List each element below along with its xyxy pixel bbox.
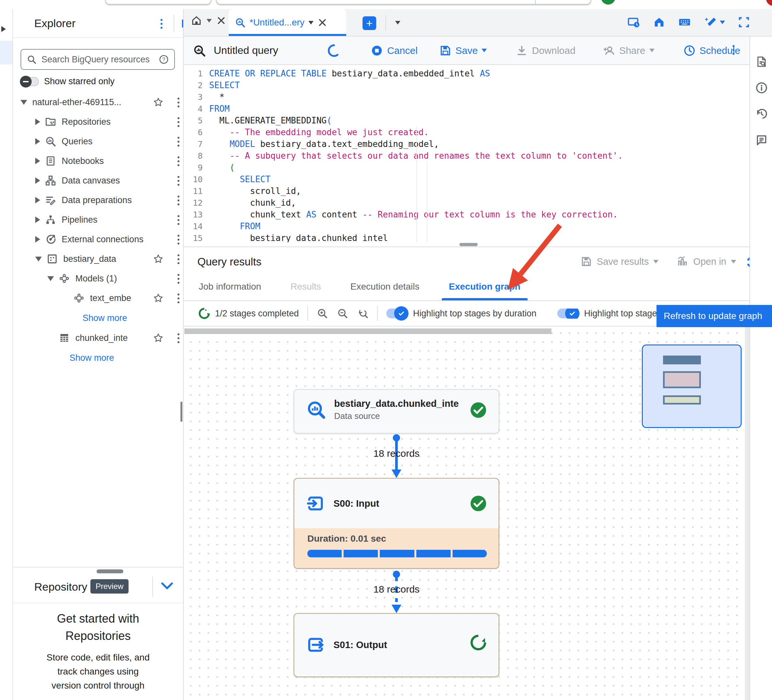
search-input[interactable]: Search BigQuery resources ? bbox=[21, 49, 175, 70]
item-menu-button[interactable] bbox=[176, 175, 181, 187]
home-tab-caret-icon[interactable] bbox=[206, 19, 212, 23]
code-line-1[interactable]: 1CREATE OR REPLACE TABLE bestiary_data.e… bbox=[184, 67, 772, 79]
save-caret-icon[interactable] bbox=[482, 49, 487, 52]
item-menu-button[interactable] bbox=[176, 253, 181, 266]
cancel-button[interactable]: Cancel bbox=[371, 44, 417, 57]
code-line-4[interactable]: 4FROM bbox=[184, 103, 772, 115]
tree-item-text-embe[interactable]: text_embe bbox=[13, 288, 183, 308]
toggle-duration[interactable]: Highlight top stages by duration bbox=[386, 308, 536, 319]
graph-minimap[interactable] bbox=[642, 344, 742, 428]
toggle-duration-switch[interactable] bbox=[386, 308, 407, 318]
share-caret-icon[interactable] bbox=[649, 49, 654, 52]
refresh-graph-button[interactable]: Refresh to update graph bbox=[656, 305, 772, 327]
search-help-icon[interactable]: ? bbox=[159, 54, 169, 65]
explorer-menu-button[interactable] bbox=[159, 18, 164, 30]
home-blue-icon[interactable] bbox=[653, 16, 666, 29]
download-button[interactable]: Download bbox=[515, 44, 575, 57]
item-menu-button[interactable] bbox=[176, 155, 181, 167]
code-line-5[interactable]: 5 ML.GENERATE_EMBEDDING( bbox=[184, 115, 772, 126]
graph-node-s01-output[interactable]: S01: Output bbox=[294, 613, 499, 677]
expand-caret-icon[interactable] bbox=[35, 138, 40, 145]
code-line-9[interactable]: 9 ( bbox=[184, 162, 772, 173]
home-tab[interactable] bbox=[191, 15, 226, 26]
expand-caret-icon[interactable] bbox=[35, 177, 40, 184]
share-button[interactable]: Share bbox=[603, 44, 654, 57]
feedback-chat-icon[interactable] bbox=[756, 134, 768, 146]
code-line-13[interactable]: 13 chunk_text AS content -- Renaming our… bbox=[184, 209, 772, 220]
tab-overflow-caret-icon[interactable] bbox=[395, 21, 400, 25]
code-line-2[interactable]: 2SELECT bbox=[184, 79, 772, 91]
rail-selected-item[interactable] bbox=[0, 41, 12, 64]
tree-item-models-1[interactable]: Models (1) bbox=[13, 269, 183, 288]
zoom-reset-icon[interactable] bbox=[357, 308, 369, 319]
chevron-down-icon[interactable] bbox=[160, 582, 173, 590]
save-button[interactable]: Save bbox=[439, 44, 487, 57]
close-tab-icon[interactable] bbox=[317, 18, 327, 28]
tree-item-data-canvases[interactable]: Data canvases bbox=[13, 171, 183, 190]
expand-caret-icon[interactable] bbox=[35, 216, 40, 223]
zoom-in-icon[interactable] bbox=[317, 308, 328, 319]
item-menu-button[interactable] bbox=[176, 96, 181, 109]
history-icon[interactable] bbox=[756, 108, 768, 120]
item-menu-button[interactable] bbox=[176, 233, 181, 246]
toggle-processing-switch[interactable] bbox=[557, 308, 577, 318]
expand-caret-icon[interactable] bbox=[35, 158, 40, 164]
tab-execution-details[interactable]: Execution details bbox=[349, 282, 421, 300]
show-more-link[interactable]: Show more bbox=[13, 308, 183, 328]
tree-item-pipelines[interactable]: Pipelines bbox=[13, 210, 183, 230]
code-line-10[interactable]: 10 SELECT bbox=[184, 173, 772, 185]
splitter-handle-icon[interactable] bbox=[460, 243, 478, 246]
info-icon[interactable] bbox=[756, 82, 768, 94]
graph-node-s00-input[interactable]: S00: Input Duration: 0.01 sec bbox=[294, 478, 499, 569]
doc-search-icon[interactable] bbox=[756, 56, 768, 68]
device-schedule-icon[interactable] bbox=[627, 16, 640, 29]
panel-splitter[interactable] bbox=[184, 242, 772, 246]
tree-item-external-connections[interactable]: External connections bbox=[13, 230, 183, 249]
code-line-15[interactable]: 15 bestiary_data.chunked_intel bbox=[184, 232, 772, 242]
star-icon[interactable] bbox=[153, 253, 164, 264]
graph-horizontal-scrollbar[interactable] bbox=[184, 328, 551, 334]
save-results-button[interactable]: Save results bbox=[581, 256, 659, 267]
item-menu-button[interactable] bbox=[176, 273, 181, 285]
keyboard-shortcuts-icon[interactable] bbox=[678, 16, 691, 29]
expand-caret-icon[interactable] bbox=[35, 236, 40, 243]
tree-item-bestiary-data[interactable]: bestiary_data bbox=[13, 249, 183, 269]
execution-graph-canvas[interactable]: bestiary_data.chunked_inte Data source 1… bbox=[184, 326, 749, 700]
code-line-8[interactable]: 8 -- A subquery that selects our data an… bbox=[184, 150, 772, 162]
tab-results[interactable]: Results bbox=[289, 282, 322, 300]
toolbar-overflow-menu[interactable] bbox=[731, 44, 736, 56]
code-line-6[interactable]: 6 -- The embedding model we just created… bbox=[184, 126, 772, 138]
expand-caret-icon[interactable] bbox=[35, 197, 40, 203]
star-icon[interactable] bbox=[153, 293, 164, 303]
star-icon[interactable] bbox=[153, 332, 164, 343]
sidebar-scrollbar[interactable] bbox=[180, 402, 182, 422]
code-line-12[interactable]: 12 chunk_id, bbox=[184, 197, 772, 209]
item-menu-button[interactable] bbox=[176, 116, 181, 128]
expand-caret-icon[interactable] bbox=[35, 118, 40, 125]
fullscreen-icon[interactable] bbox=[738, 16, 751, 29]
tree-item-notebooks[interactable]: Notebooks bbox=[13, 151, 183, 171]
add-tab-button[interactable]: + bbox=[363, 16, 376, 30]
show-more-link[interactable]: Show more bbox=[13, 348, 183, 368]
rail-arrow-icon[interactable] bbox=[1, 26, 6, 32]
code-line-14[interactable]: 14 FROM bbox=[184, 220, 772, 232]
star-icon[interactable] bbox=[153, 97, 164, 108]
tab-untitled-query[interactable]: *Untitled...ery bbox=[229, 9, 346, 36]
code-line-7[interactable]: 7 MODEL bestiary_data.text_embedding_mod… bbox=[184, 138, 772, 150]
expand-caret-icon[interactable] bbox=[35, 257, 42, 262]
tree-item-data-preparations[interactable]: Data preparations bbox=[13, 190, 183, 210]
magic-pen-caret-icon[interactable] bbox=[720, 21, 725, 24]
magic-pen-icon[interactable] bbox=[703, 16, 716, 29]
graph-node-data-source[interactable]: bestiary_data.chunked_inte Data source bbox=[294, 389, 499, 434]
tree-item-repositories[interactable]: Repositories bbox=[13, 112, 183, 131]
tab-job-information[interactable]: Job information bbox=[198, 282, 262, 300]
graph-vertical-scrollbar[interactable] bbox=[745, 326, 749, 700]
tab-execution-graph[interactable]: Execution graph bbox=[448, 282, 522, 300]
expand-caret-icon[interactable] bbox=[47, 276, 54, 281]
code-line-11[interactable]: 11 scroll_id, bbox=[184, 185, 772, 197]
tab-caret-icon[interactable] bbox=[308, 21, 314, 25]
tree-item-natural-ether-469115[interactable]: natural-ether-469115... bbox=[13, 92, 183, 112]
item-menu-button[interactable] bbox=[176, 136, 181, 148]
item-menu-button[interactable] bbox=[176, 214, 181, 226]
tree-item-queries[interactable]: Queries bbox=[13, 131, 183, 151]
